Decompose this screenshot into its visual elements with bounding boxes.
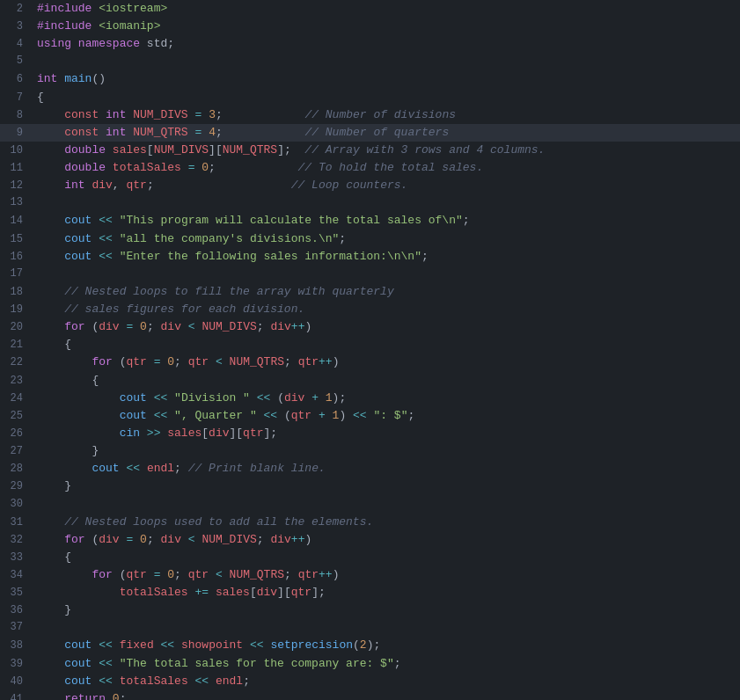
- line-24: 24 cout << "Division " << (div + 1);: [0, 390, 740, 407]
- line-11: 11 double totalSales = 0; // To hold the…: [0, 159, 740, 177]
- line-30: 30: [0, 496, 740, 514]
- line-38: 38 cout << fixed << showpoint << setprec…: [0, 637, 740, 654]
- line-number: 31: [0, 514, 32, 531]
- line-number: 13: [0, 194, 32, 211]
- line-number: 10: [0, 142, 32, 159]
- line-code: cout << "Division " << (div + 1);: [32, 390, 740, 407]
- line-code: int main(): [32, 70, 740, 88]
- line-number: 38: [0, 638, 32, 654]
- line-code: cout << ", Quarter " << (qtr + 1) << ": …: [32, 407, 740, 425]
- line-code: // Nested loops to fill the array with q…: [32, 283, 740, 301]
- line-code: cout << totalSales << endl;: [32, 673, 740, 690]
- line-code: cout << "This program will calculate the…: [32, 212, 740, 230]
- line-code: double totalSales = 0; // To hold the to…: [32, 159, 740, 177]
- line-number: 28: [0, 461, 32, 478]
- line-code: const int NUM_QTRS = 4; // Number of qua…: [32, 124, 740, 142]
- line-code: for (qtr = 0; qtr < NUM_QTRS; qtr++): [32, 354, 740, 371]
- line-number: 22: [0, 354, 32, 371]
- line-18: 18 // Nested loops to fill the array wit…: [0, 283, 740, 301]
- line-16: 16 cout << "Enter the following sales in…: [0, 248, 740, 266]
- line-5: 5: [0, 53, 740, 70]
- line-28: 28 cout << endl; // Print blank line.: [0, 460, 740, 478]
- line-17: 17: [0, 266, 740, 283]
- line-number: 17: [0, 266, 32, 282]
- line-number: 41: [0, 691, 32, 700]
- line-number: 26: [0, 426, 32, 442]
- line-35: 35 totalSales += sales[div][qtr];: [0, 584, 740, 602]
- line-code: #include <iomanip>: [32, 18, 740, 35]
- line-26: 26 cin >> sales[div][qtr];: [0, 425, 740, 442]
- line-code: const int NUM_DIVS = 3; // Number of div…: [32, 106, 740, 124]
- line-number: 15: [0, 231, 32, 248]
- line-number: 30: [0, 496, 32, 513]
- line-number: 34: [0, 567, 32, 584]
- line-21: 21 {: [0, 336, 740, 354]
- line-10: 10 double sales[NUM_DIVS][NUM_QTRS]; // …: [0, 142, 740, 159]
- line-number: 8: [0, 107, 32, 124]
- line-number: 7: [0, 90, 32, 106]
- line-code: #include <iostream>: [32, 0, 740, 18]
- line-40: 40 cout << totalSales << endl;: [0, 673, 740, 690]
- line-15: 15 cout << "all the company's divisions.…: [0, 230, 740, 248]
- line-7: 7 {: [0, 89, 740, 106]
- line-number: 19: [0, 302, 32, 318]
- line-13: 13: [0, 194, 740, 212]
- line-number: 23: [0, 373, 32, 390]
- line-number: 40: [0, 674, 32, 690]
- line-code: }: [32, 602, 740, 619]
- line-19: 19 // sales figures for each division.: [0, 301, 740, 318]
- line-number: 37: [0, 619, 32, 636]
- line-code: using namespace std;: [32, 35, 740, 53]
- line-9: 9 const int NUM_QTRS = 4; // Number of q…: [0, 124, 740, 142]
- line-code: }: [32, 442, 740, 460]
- line-3: 3 #include <iomanip>: [0, 18, 740, 35]
- line-code: {: [32, 336, 740, 354]
- line-number: 24: [0, 390, 32, 407]
- code-editor: 2 #include <iostream> 3 #include <iomani…: [0, 0, 740, 700]
- line-23: 23 {: [0, 372, 740, 390]
- line-number: 4: [0, 36, 32, 53]
- line-code: // sales figures for each division.: [32, 301, 740, 318]
- line-code: for (div = 0; div < NUM_DIVS; div++): [32, 531, 740, 549]
- line-36: 36 }: [0, 602, 740, 619]
- line-code: {: [32, 549, 740, 566]
- line-8: 8 const int NUM_DIVS = 3; // Number of d…: [0, 106, 740, 124]
- line-code: int div, qtr; // Loop counters.: [32, 177, 740, 194]
- line-number: 3: [0, 18, 32, 35]
- line-number: 14: [0, 213, 32, 230]
- line-code: cout << "Enter the following sales infor…: [32, 248, 740, 266]
- line-code: }: [32, 478, 740, 495]
- line-39: 39 cout << "The total sales for the comp…: [0, 655, 740, 673]
- line-number: 35: [0, 585, 32, 602]
- line-12: 12 int div, qtr; // Loop counters.: [0, 177, 740, 194]
- line-code: return 0;: [32, 690, 740, 700]
- line-number: 20: [0, 319, 32, 336]
- line-number: 2: [0, 1, 32, 18]
- line-number: 27: [0, 443, 32, 460]
- line-6: 6 int main(): [0, 70, 740, 88]
- line-14: 14 cout << "This program will calculate …: [0, 212, 740, 230]
- line-number: 5: [0, 53, 32, 69]
- line-4: 4 using namespace std;: [0, 35, 740, 53]
- line-code: for (div = 0; div < NUM_DIVS; div++): [32, 318, 740, 336]
- line-code: cin >> sales[div][qtr];: [32, 425, 740, 442]
- line-number: 16: [0, 249, 32, 266]
- line-33: 33 {: [0, 549, 740, 566]
- line-code: cout << endl; // Print blank line.: [32, 460, 740, 478]
- line-27: 27 }: [0, 442, 740, 460]
- line-number: 21: [0, 337, 32, 354]
- line-number: 25: [0, 408, 32, 425]
- line-code: {: [32, 89, 740, 106]
- line-2: 2 #include <iostream>: [0, 0, 740, 18]
- line-number: 33: [0, 550, 32, 566]
- line-41: 41 return 0;: [0, 690, 740, 700]
- line-code: cout << "all the company's divisions.\n"…: [32, 230, 740, 248]
- line-29: 29 }: [0, 478, 740, 495]
- line-32: 32 for (div = 0; div < NUM_DIVS; div++): [0, 531, 740, 549]
- line-number: 12: [0, 178, 32, 194]
- line-25: 25 cout << ", Quarter " << (qtr + 1) << …: [0, 407, 740, 425]
- line-code: for (qtr = 0; qtr < NUM_QTRS; qtr++): [32, 566, 740, 584]
- line-number: 29: [0, 478, 32, 495]
- line-number: 6: [0, 71, 32, 88]
- line-number: 9: [0, 125, 32, 142]
